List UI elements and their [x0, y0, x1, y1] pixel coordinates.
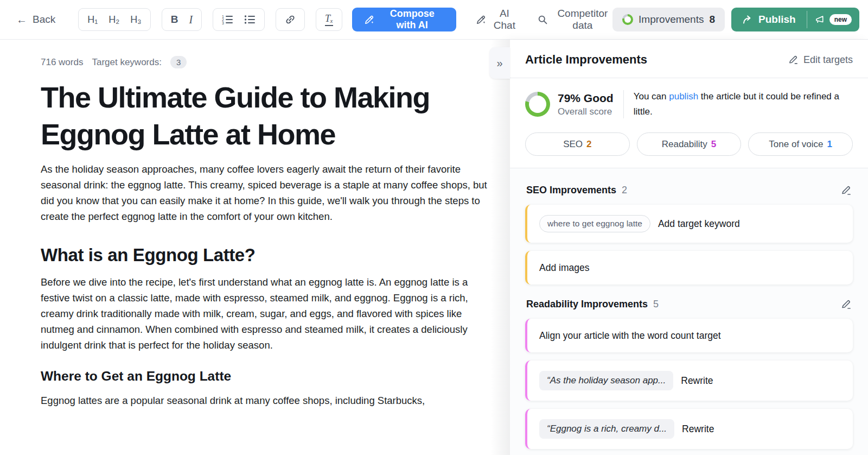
competitor-data-button[interactable]: Competitor data [538, 8, 612, 31]
edit-targets-button[interactable]: Edit targets [788, 54, 853, 66]
toolbar-right: Improvements 8 Publish new [612, 8, 859, 31]
svg-text:3: 3 [222, 21, 224, 24]
improvement-card-add-images[interactable]: Add images [525, 251, 853, 285]
edit-pencil-icon [841, 299, 852, 310]
readability-edit-button[interactable] [841, 299, 852, 310]
readability-pill[interactable]: Readability 5 [637, 132, 742, 156]
main-area: 716 words Target keywords: 3 The Ultimat… [0, 40, 868, 455]
publish-label: Publish [758, 14, 796, 26]
ordered-list-button[interactable]: 123 [216, 9, 239, 30]
heading-format-group: H₁ H₂ H₃ [78, 8, 150, 31]
publish-split-button: Publish new [731, 8, 859, 31]
word-count: 716 words [41, 57, 83, 68]
link-icon [285, 14, 296, 25]
list-format-group: 123 [213, 8, 265, 31]
article-paragraph[interactable]: Eggnog lattes are a popular seasonal dri… [41, 393, 488, 409]
top-toolbar: ← Back H₁ H₂ H₃ B I 123 [0, 0, 868, 40]
improvements-count: 8 [709, 14, 715, 26]
divider [623, 90, 624, 118]
link-group [276, 8, 305, 31]
seo-pill[interactable]: SEO 2 [525, 132, 630, 156]
target-keywords-count[interactable]: 3 [170, 56, 187, 68]
improvement-card-word-count[interactable]: Align your article with the word count t… [525, 319, 853, 352]
h3-button[interactable]: H₃ [125, 9, 146, 30]
score-message-pre: You can [634, 91, 669, 102]
ai-chat-button[interactable]: AI Chat [476, 8, 518, 31]
category-pills: SEO 2 Readability 5 Tone of voice 1 [510, 128, 868, 168]
document: 716 words Target keywords: 3 The Ultimat… [0, 40, 488, 409]
sidebar-shadow [490, 40, 510, 455]
bold-button[interactable]: B [165, 9, 184, 30]
seo-section-title: SEO Improvements [526, 185, 616, 196]
overall-score-ring [525, 92, 550, 117]
seo-section-count: 2 [622, 185, 627, 196]
publish-button[interactable]: Publish [731, 8, 807, 31]
improvement-card-add-keyword[interactable]: where to get eggnog latte Add target key… [525, 205, 853, 243]
readability-section-count: 5 [653, 299, 659, 310]
insert-link-button[interactable] [279, 9, 301, 30]
ai-chat-label: AI Chat [491, 8, 518, 31]
score-ring-icon [622, 14, 633, 25]
h2-button[interactable]: H₂ [103, 9, 125, 30]
improvements-label: Improvements [639, 14, 704, 26]
collapse-sidebar-button[interactable]: » [489, 47, 510, 79]
document-meta: 716 words Target keywords: 3 [41, 56, 488, 68]
publish-link[interactable]: publish [669, 91, 698, 102]
readability-pill-count: 5 [711, 139, 716, 150]
whats-new-button[interactable]: new [807, 8, 859, 31]
card-text: Add images [539, 262, 589, 274]
clear-formatting-button[interactable]: Tₓ [320, 9, 339, 30]
bullet-list-icon [244, 15, 256, 24]
search-icon [538, 15, 548, 25]
quote-chip: “As the holiday season app... [539, 371, 673, 390]
improvement-card-rewrite-1[interactable]: “As the holiday season app... Rewrite [525, 361, 853, 401]
chevron-right-double-icon: » [496, 57, 502, 69]
score-message: You can publish the article but it could… [634, 89, 853, 119]
sidebar-header: Article Improvements Edit targets [510, 40, 868, 78]
bullet-list-button[interactable] [239, 9, 261, 30]
keyword-chip: where to get eggnog latte [539, 215, 650, 232]
seo-pill-count: 2 [586, 139, 591, 150]
editor-pane[interactable]: 716 words Target keywords: 3 The Ultimat… [0, 40, 510, 455]
seo-pill-label: SEO [563, 139, 583, 150]
compose-with-ai-button[interactable]: Compose with AI [352, 8, 456, 31]
readability-section-header: Readability Improvements 5 [526, 299, 852, 310]
edit-pencil-icon [788, 55, 799, 65]
seo-edit-button[interactable] [841, 185, 852, 196]
score-value: 79% Good [558, 92, 614, 105]
improvements-badge-button[interactable]: Improvements 8 [612, 8, 725, 31]
article-title[interactable]: The Ultimate Guide to Making Eggnog Latt… [41, 79, 488, 153]
competitor-data-label: Competitor data [553, 8, 612, 31]
back-label: Back [33, 14, 55, 26]
tone-pill-label: Tone of voice [769, 139, 823, 150]
article-h2[interactable]: What is an Eggnog Latte? [41, 245, 488, 266]
back-arrow-icon: ← [16, 14, 27, 26]
rewrite-button[interactable]: Rewrite [681, 375, 713, 387]
overall-score-row: 79% Good Overall score You can publish t… [510, 78, 868, 128]
quote-chip: “Eggnog is a rich, creamy d... [539, 419, 674, 439]
italic-button[interactable]: I [183, 9, 198, 30]
improvement-card-rewrite-2[interactable]: “Eggnog is a rich, creamy d... Rewrite [525, 409, 853, 449]
edit-targets-label: Edit targets [803, 54, 853, 66]
back-button[interactable]: ← Back [16, 14, 55, 26]
score-label: Overall score [558, 106, 614, 117]
article-paragraph[interactable]: Before we dive into the recipe, let's fi… [41, 275, 488, 353]
target-keywords-label: Target keywords: [92, 57, 162, 68]
article-paragraph[interactable]: As the holiday season approaches, many c… [41, 162, 488, 224]
rewrite-button[interactable]: Rewrite [682, 424, 714, 435]
compose-with-ai-label: Compose with AI [380, 8, 444, 31]
readability-section-title: Readability Improvements [526, 299, 648, 310]
readability-pill-label: Readability [662, 139, 707, 150]
improvement-sections: SEO Improvements 2 where to get eggnog l… [510, 168, 868, 455]
tone-of-voice-pill[interactable]: Tone of voice 1 [748, 132, 853, 156]
app-window: ← Back H₁ H₂ H₃ B I 123 [0, 0, 868, 455]
text-style-group: B I [162, 8, 202, 31]
ai-chat-icon [476, 15, 486, 25]
share-arrow-icon [742, 15, 753, 24]
sidebar-title: Article Improvements [525, 53, 647, 67]
edit-pencil-icon [841, 185, 852, 196]
overall-score-text: 79% Good Overall score [558, 92, 614, 117]
h1-button[interactable]: H₁ [82, 9, 103, 30]
article-h3[interactable]: Where to Get an Eggnog Latte [41, 369, 488, 384]
tone-pill-count: 1 [827, 139, 832, 150]
